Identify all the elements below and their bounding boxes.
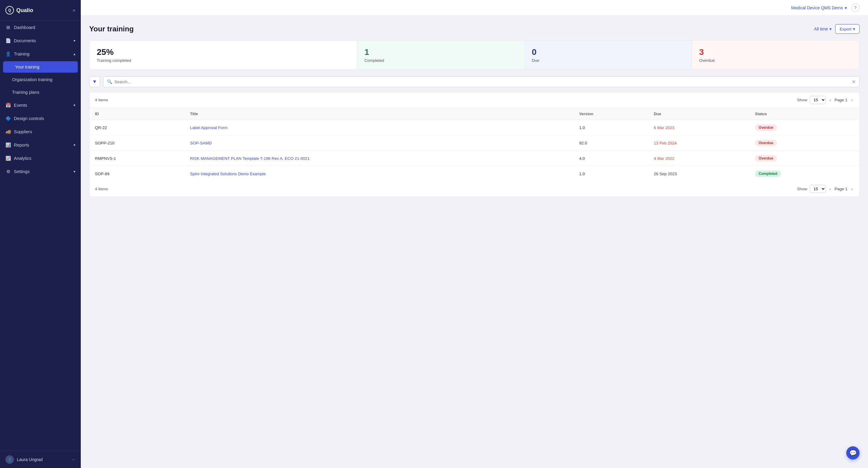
chevron-down-icon: ▾ bbox=[73, 143, 75, 147]
filter-icon: ▼ bbox=[92, 79, 97, 84]
user-name: Laura Ungrad bbox=[17, 457, 43, 462]
col-due: Due bbox=[648, 108, 749, 120]
prev-page-button-bottom[interactable]: ‹ bbox=[828, 186, 832, 193]
nav-dashboard[interactable]: ⊞ Dashboard bbox=[0, 21, 81, 34]
cell-version: 1.0 bbox=[574, 166, 648, 181]
logo: Q Qualio bbox=[5, 6, 33, 14]
nav-reports[interactable]: 📊 Reports ▾ bbox=[0, 138, 81, 152]
stat-completion-value: 25% bbox=[97, 47, 350, 57]
clear-search-button[interactable]: ✕ bbox=[852, 79, 856, 85]
stat-due-value: 0 bbox=[532, 47, 684, 57]
nav-training[interactable]: 👤 Training ▴ bbox=[0, 47, 81, 61]
cell-id: QR-22 bbox=[90, 120, 184, 136]
dashboard-icon: ⊞ bbox=[5, 25, 11, 30]
title-link[interactable]: Label Approval Form bbox=[190, 125, 227, 130]
cell-due: 13 Feb 2024 bbox=[648, 136, 749, 151]
stat-overdue-label: Overdue bbox=[699, 58, 852, 63]
nav-design-controls[interactable]: 🔷 Design controls bbox=[0, 112, 81, 125]
cell-due: 26 Sep 2023 bbox=[648, 166, 749, 181]
nav-suppliers[interactable]: 🚚 Suppliers bbox=[0, 125, 81, 138]
nav-your-training[interactable]: Your training bbox=[3, 61, 78, 73]
nav-events[interactable]: 📅 Events ▾ bbox=[0, 98, 81, 112]
sidebar-collapse-button[interactable]: « bbox=[73, 7, 75, 13]
pagination-bottom: Show 15 25 50 ‹ Page 1 › bbox=[797, 185, 854, 193]
stat-due: 0 Due bbox=[525, 41, 692, 69]
nav-your-training-label: Your training bbox=[15, 64, 39, 69]
nav-org-training[interactable]: Organization training bbox=[0, 73, 81, 86]
filter-button[interactable]: ▼ bbox=[89, 76, 100, 87]
training-table: 4 items Show 15 25 50 ‹ Page 1 › ID bbox=[89, 92, 860, 197]
nav-training-plans[interactable]: Training plans bbox=[0, 86, 81, 98]
topbar: Medical Device QMS Demo ▾ ? bbox=[81, 0, 868, 16]
data-table: ID Title Version Due Status QR-22 Label … bbox=[90, 108, 859, 181]
nav-dashboard-label: Dashboard bbox=[14, 25, 35, 30]
sidebar-bottom: 👤 Laura Ungrad → bbox=[0, 451, 81, 468]
title-link[interactable]: SOP-SAMD bbox=[190, 141, 212, 145]
nav-design-controls-label: Design controls bbox=[14, 116, 44, 121]
cell-status: Completed bbox=[749, 166, 859, 181]
nav-org-training-label: Organization training bbox=[12, 77, 53, 82]
suppliers-icon: 🚚 bbox=[5, 129, 11, 135]
analytics-icon: 📈 bbox=[5, 155, 11, 161]
app-name: Qualio bbox=[16, 7, 33, 13]
nav-training-label: Training bbox=[14, 52, 30, 56]
table-meta-top: 4 items Show 15 25 50 ‹ Page 1 › bbox=[90, 92, 859, 108]
search-icon: 🔍 bbox=[107, 79, 112, 84]
show-label-bottom: Show bbox=[797, 187, 807, 191]
cell-title: Label Approval Form bbox=[184, 120, 574, 136]
status-badge: Completed bbox=[755, 170, 781, 177]
page-header: Your training All time ▾ Export ▾ bbox=[89, 24, 860, 34]
stat-completed-label: Completed bbox=[364, 58, 517, 63]
nav-settings-label: Settings bbox=[14, 169, 30, 174]
chat-button[interactable]: 💬 bbox=[846, 446, 860, 460]
user-row: 👤 Laura Ungrad → bbox=[0, 451, 81, 468]
status-badge: Overdue bbox=[755, 140, 777, 146]
show-select-bottom[interactable]: 15 25 50 bbox=[810, 185, 826, 193]
nav-events-label: Events bbox=[14, 103, 27, 108]
chevron-down-icon: ▾ bbox=[73, 103, 75, 107]
col-title: Title bbox=[184, 108, 574, 120]
status-badge: Overdue bbox=[755, 124, 777, 131]
search-box: 🔍 ✕ bbox=[103, 76, 860, 87]
search-input[interactable] bbox=[115, 80, 849, 84]
chevron-down-icon: ▾ bbox=[73, 38, 75, 43]
title-link[interactable]: Spire Integrated Solutions Demo Example bbox=[190, 172, 266, 176]
logout-button[interactable]: → bbox=[70, 457, 75, 462]
cell-version: 1.0 bbox=[574, 120, 648, 136]
items-count-bottom: 4 items bbox=[95, 187, 108, 191]
export-label: Export bbox=[840, 27, 851, 31]
cell-status: Overdue bbox=[749, 151, 859, 166]
help-button[interactable]: ? bbox=[851, 4, 860, 12]
prev-page-button-top[interactable]: ‹ bbox=[828, 97, 832, 104]
show-select-top[interactable]: 15 25 50 bbox=[810, 96, 826, 104]
cell-due: 6 Mar 2023 bbox=[648, 120, 749, 136]
nav-documents[interactable]: 📄 Documents ▾ bbox=[0, 34, 81, 47]
sidebar-header: Q Qualio « bbox=[0, 0, 81, 21]
stat-completion: 25% Training completed bbox=[90, 41, 357, 69]
nav-suppliers-label: Suppliers bbox=[14, 129, 32, 134]
col-id: ID bbox=[90, 108, 184, 120]
cell-version: 4.0 bbox=[574, 151, 648, 166]
design-controls-icon: 🔷 bbox=[5, 116, 11, 121]
title-link[interactable]: RISK MANAGEMENT PLAN Template T-196 Rev … bbox=[190, 156, 310, 161]
table-row: RMPNVS-1 RISK MANAGEMENT PLAN Template T… bbox=[90, 151, 859, 166]
nav-analytics[interactable]: 📈 Analytics bbox=[0, 152, 81, 165]
chevron-down-icon: ▾ bbox=[830, 27, 832, 31]
export-button[interactable]: Export ▾ bbox=[835, 24, 860, 34]
next-page-button-bottom[interactable]: › bbox=[850, 186, 854, 193]
pagination-top: Show 15 25 50 ‹ Page 1 › bbox=[797, 96, 854, 104]
stat-overdue: 3 Overdue bbox=[692, 41, 859, 69]
nav-settings[interactable]: ⚙ Settings ▾ bbox=[0, 165, 81, 178]
next-page-button-top[interactable]: › bbox=[850, 97, 854, 104]
cell-id: RMPNVS-1 bbox=[90, 151, 184, 166]
avatar: 👤 bbox=[5, 455, 14, 464]
training-icon: 👤 bbox=[5, 51, 11, 57]
sidebar: Q Qualio « ⊞ Dashboard 📄 Documents ▾ 👤 T… bbox=[0, 0, 81, 468]
all-time-filter[interactable]: All time ▾ bbox=[814, 27, 832, 31]
org-selector[interactable]: Medical Device QMS Demo ▾ bbox=[791, 5, 847, 10]
documents-icon: 📄 bbox=[5, 38, 11, 43]
logo-icon: Q bbox=[5, 6, 14, 14]
events-icon: 📅 bbox=[5, 103, 11, 108]
table-row: SOPP-210 SOP-SAMD 92.0 13 Feb 2024 Overd… bbox=[90, 136, 859, 151]
page-label-bottom: Page 1 bbox=[835, 187, 847, 191]
